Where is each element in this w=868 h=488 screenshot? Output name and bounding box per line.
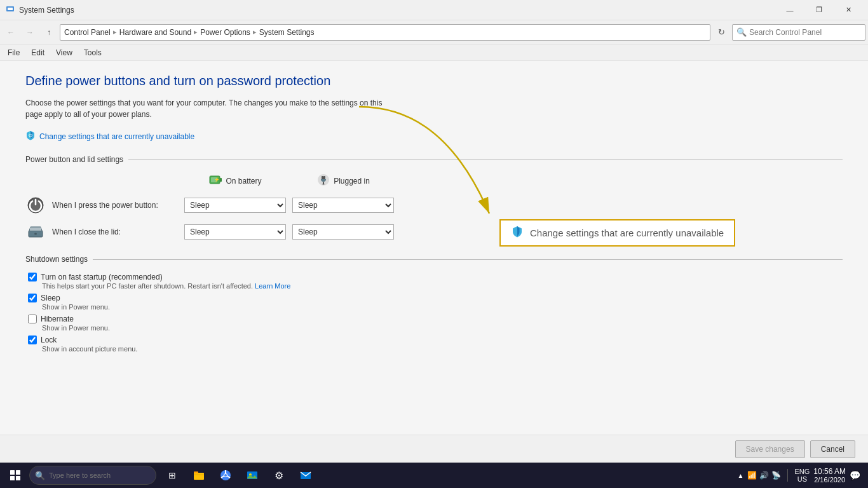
lock-item: Lock Show in account picture menu. bbox=[28, 336, 843, 353]
sleep-item: Sleep Show in Power menu. bbox=[28, 294, 843, 311]
learn-more-link[interactable]: Learn More bbox=[255, 282, 290, 290]
power-button-icon bbox=[25, 195, 46, 215]
lid-close-row: When I close the lid: Sleep Do nothing H… bbox=[25, 222, 394, 242]
plug-icon bbox=[316, 173, 330, 189]
page-description: Choose the power settings that you want … bbox=[25, 97, 388, 120]
power-button-plugged-select[interactable]: Sleep Do nothing Hibernate Shut down Tur… bbox=[292, 198, 394, 213]
task-view-button[interactable]: ⊞ bbox=[160, 463, 184, 487]
uac-highlight-box: Change settings that are currently unava… bbox=[499, 219, 735, 247]
save-changes-button[interactable]: Save changes bbox=[735, 440, 805, 458]
file-explorer-button[interactable] bbox=[187, 463, 211, 487]
breadcrumb-control-panel[interactable]: Control Panel bbox=[64, 28, 111, 37]
hibernate-item: Hibernate Show in Power menu. bbox=[28, 315, 843, 332]
page-title: Define power buttons and turn on passwor… bbox=[25, 74, 843, 88]
shutdown-section-header: Shutdown settings bbox=[25, 255, 843, 264]
uac-highlight-text: Change settings that are currently unava… bbox=[530, 227, 724, 238]
wifi-icon[interactable]: 📡 bbox=[771, 471, 781, 480]
minimize-button[interactable]: — bbox=[775, 0, 804, 20]
lid-close-plugged-select[interactable]: Sleep Do nothing Hibernate Shut down Tur… bbox=[292, 224, 394, 240]
settings-col-headers: ⚡ On battery Plugged in bbox=[25, 173, 394, 189]
settings-table: ⚡ On battery Plugged in bbox=[25, 173, 394, 242]
svg-rect-18 bbox=[10, 470, 15, 475]
lock-checkbox[interactable] bbox=[28, 336, 37, 344]
taskbar-search-input[interactable] bbox=[49, 471, 151, 479]
bottom-bar: Save changes Cancel bbox=[0, 435, 868, 463]
system-tray: ▲ 📶 🔊 📡 ENG US 10:56 AM 2/16/2020 💬 bbox=[733, 463, 865, 488]
taskbar: 🔍 ⊞ bbox=[0, 463, 868, 488]
breadcrumb-power-options[interactable]: Power Options bbox=[200, 28, 250, 37]
svg-rect-1 bbox=[8, 8, 13, 10]
back-button[interactable]: ← bbox=[3, 24, 19, 41]
close-button[interactable]: ✕ bbox=[834, 0, 863, 20]
menu-edit[interactable]: Edit bbox=[26, 47, 50, 58]
lock-desc: Show in account picture menu. bbox=[42, 345, 843, 353]
menu-view[interactable]: View bbox=[51, 47, 78, 58]
volume-icon[interactable]: 🔊 bbox=[759, 471, 769, 480]
uac-shield-icon: 🛡 bbox=[25, 130, 36, 142]
power-button-label: When I press the power button: bbox=[52, 201, 184, 210]
hibernate-label[interactable]: Hibernate bbox=[41, 315, 74, 323]
lock-label[interactable]: Lock bbox=[41, 336, 57, 344]
taskbar-search-icon: 🔍 bbox=[35, 471, 45, 480]
search-input[interactable] bbox=[749, 28, 861, 37]
window-title: System Settings bbox=[19, 6, 74, 15]
hibernate-checkbox[interactable] bbox=[28, 315, 37, 323]
breadcrumb-system-settings: System Settings bbox=[259, 28, 315, 37]
forward-button[interactable]: → bbox=[22, 24, 38, 41]
svg-point-26 bbox=[224, 474, 227, 477]
tray-icons: 📶 🔊 📡 bbox=[747, 471, 781, 480]
uac-link-top[interactable]: 🛡 Change settings that are currently una… bbox=[25, 130, 843, 142]
chevron-up-icon[interactable]: ▲ bbox=[738, 472, 744, 479]
lid-close-battery-select[interactable]: Sleep Do nothing Hibernate Shut down Tur… bbox=[184, 224, 286, 240]
hibernate-desc: Show in Power menu. bbox=[42, 324, 843, 332]
svg-point-16 bbox=[34, 233, 37, 235]
menu-tools[interactable]: Tools bbox=[79, 47, 107, 58]
fast-startup-checkbox[interactable] bbox=[28, 273, 37, 281]
window-icon bbox=[5, 4, 15, 16]
breadcrumb-hardware-sound[interactable]: Hardware and Sound bbox=[119, 28, 191, 37]
taskbar-search[interactable]: 🔍 bbox=[29, 466, 156, 485]
power-button-dropdowns: Sleep Do nothing Hibernate Shut down Tur… bbox=[184, 198, 394, 213]
notification-icon[interactable]: 💬 bbox=[850, 470, 860, 480]
mail-button[interactable] bbox=[294, 463, 318, 487]
svg-rect-20 bbox=[10, 476, 15, 480]
power-button-row: When I press the power button: Sleep Do … bbox=[25, 195, 394, 215]
cancel-button[interactable]: Cancel bbox=[810, 440, 855, 458]
svg-text:🛡: 🛡 bbox=[29, 134, 32, 138]
sleep-desc: Show in Power menu. bbox=[42, 303, 843, 311]
svg-rect-11 bbox=[323, 184, 325, 185]
shutdown-section-divider bbox=[93, 259, 843, 260]
refresh-button[interactable]: ↻ bbox=[713, 24, 729, 41]
chrome-button[interactable] bbox=[214, 463, 238, 487]
col-header-on-battery: ⚡ On battery bbox=[184, 173, 286, 189]
search-box: 🔍 bbox=[732, 24, 865, 41]
sleep-label[interactable]: Sleep bbox=[41, 294, 60, 302]
search-icon: 🔍 bbox=[736, 27, 747, 37]
menu-file[interactable]: File bbox=[3, 47, 25, 58]
taskbar-icons: ⊞ ⚙ bbox=[160, 463, 318, 487]
system-clock[interactable]: 10:56 AM 2/16/2020 bbox=[813, 467, 846, 484]
sleep-checkbox[interactable] bbox=[28, 294, 37, 302]
photos-button[interactable] bbox=[240, 463, 264, 487]
lang-indicator[interactable]: ENG US bbox=[794, 468, 810, 483]
uac-link-text: Change settings that are currently unava… bbox=[39, 132, 194, 141]
network-icon[interactable]: 📶 bbox=[747, 471, 757, 480]
up-button[interactable]: ↑ bbox=[41, 24, 57, 41]
power-button-battery-select[interactable]: Sleep Do nothing Hibernate Shut down Tur… bbox=[184, 198, 286, 213]
fast-startup-label[interactable]: Turn on fast startup (recommended) bbox=[41, 273, 163, 281]
svg-rect-15 bbox=[30, 227, 41, 231]
power-section-header: Power button and lid settings bbox=[25, 155, 843, 164]
uac-highlight-shield bbox=[511, 226, 524, 240]
svg-rect-23 bbox=[194, 471, 198, 473]
shutdown-section: Turn on fast startup (recommended) This … bbox=[25, 273, 843, 353]
settings-button[interactable]: ⚙ bbox=[267, 463, 291, 487]
start-button[interactable] bbox=[3, 463, 28, 488]
restore-button[interactable]: ❐ bbox=[804, 0, 834, 20]
menu-bar: File Edit View Tools bbox=[0, 44, 868, 61]
svg-text:⚡: ⚡ bbox=[214, 177, 220, 182]
svg-rect-4 bbox=[220, 178, 222, 182]
col-header-plugged-in: Plugged in bbox=[292, 173, 394, 189]
fast-startup-item: Turn on fast startup (recommended) This … bbox=[28, 273, 843, 290]
battery-icon: ⚡ bbox=[208, 173, 222, 189]
title-bar: System Settings — ❐ ✕ bbox=[0, 0, 868, 20]
